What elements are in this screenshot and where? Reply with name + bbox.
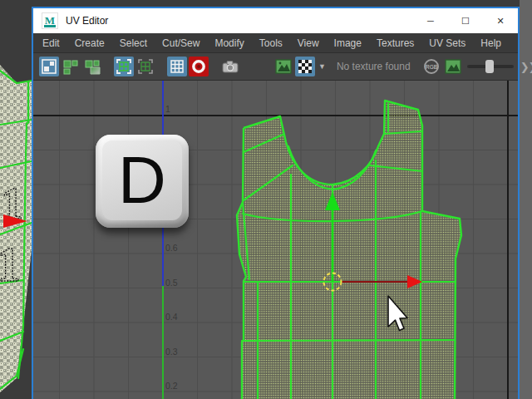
menu-image[interactable]: Image [327, 35, 369, 52]
shader-ball-icon [190, 58, 207, 75]
menu-modify[interactable]: Modify [207, 35, 251, 52]
maximize-button[interactable]: ☐ [448, 8, 483, 33]
axis-label-1: 1 [165, 104, 170, 114]
uv-shade-button[interactable] [82, 57, 102, 76]
axis-label-02: 0.2 [165, 381, 178, 391]
image-range-icon [445, 59, 461, 74]
maya-app-icon: M [42, 12, 58, 29]
uv-shell-vest[interactable] [237, 101, 461, 399]
tile-layout-icon [41, 58, 57, 75]
menu-tools[interactable]: Tools [252, 35, 290, 52]
axis-label-03: 0.3 [165, 347, 178, 357]
axis-label-04: 0.4 [165, 312, 178, 322]
checker-icon [298, 59, 313, 74]
titlebar[interactable]: M UV Editor ─ ☐ ✕ [33, 8, 518, 33]
menu-bar: Edit Create Select Cut/Sew Modify Tools … [33, 33, 518, 53]
uv-shell-fill [237, 101, 461, 399]
uv-shade-icon [84, 58, 101, 75]
uv-viewport[interactable]: 1 0.6 0.5 0.4 0.3 0.2 [33, 81, 518, 399]
tile-layout-button[interactable] [39, 57, 59, 76]
mouse-cursor [387, 295, 412, 335]
menu-view[interactable]: View [290, 35, 327, 52]
uv-shells-button[interactable] [61, 57, 81, 76]
expand-chevrons-icon[interactable]: ❯❯ [520, 61, 532, 73]
exposure-slider[interactable] [467, 57, 514, 76]
toolbar: ▼ No texture found RGB ❯❯ [33, 53, 518, 81]
texture-status-text: No texture found [337, 61, 411, 72]
image-icon [275, 59, 292, 74]
menu-cut-sew[interactable]: Cut/Sew [155, 35, 207, 52]
window-title: UV Editor [66, 15, 108, 27]
axis-label-05: 0.5 [165, 278, 178, 288]
frame-grid-button[interactable] [114, 57, 134, 76]
image-range-button[interactable] [443, 57, 463, 76]
key-label: D [102, 140, 182, 220]
menu-textures[interactable]: Textures [369, 35, 421, 52]
menu-edit[interactable]: Edit [35, 35, 67, 52]
uv-snapshot-button[interactable] [220, 57, 240, 76]
uv-canvas[interactable]: 1 0.6 0.5 0.4 0.3 0.2 [33, 81, 518, 399]
checker-map-button[interactable] [295, 57, 315, 76]
camera-icon [221, 58, 239, 75]
grid-dim-icon [137, 58, 154, 75]
screen: { "window": { "title": "UV Editor", "app… [0, 0, 532, 399]
menu-help[interactable]: Help [473, 35, 509, 52]
rgb-channels-icon: RGB [422, 57, 441, 76]
close-button[interactable]: ✕ [483, 8, 518, 33]
axis-label-06: 0.6 [165, 243, 178, 253]
rgb-channels-button[interactable]: RGB [421, 57, 441, 76]
frame-grid-brackets-icon [116, 58, 132, 75]
grid-dim-button[interactable] [135, 57, 155, 76]
rgb-label: RGB [426, 64, 437, 70]
shader-ball-button[interactable] [189, 57, 209, 76]
pixel-grid-icon [169, 58, 185, 75]
image-display-button[interactable] [273, 57, 293, 76]
texture-dropdown-caret-icon[interactable]: ▼ [318, 62, 326, 71]
menu-select[interactable]: Select [112, 35, 155, 52]
menu-uv-sets[interactable]: UV Sets [421, 35, 473, 52]
minimize-button[interactable]: ─ [413, 8, 448, 33]
uv-shell-number: 1 [0, 237, 21, 292]
pixel-grid-button[interactable] [167, 57, 187, 76]
keyboard-key-overlay: D [96, 135, 189, 228]
menu-create[interactable]: Create [67, 35, 112, 52]
uv-shells-icon [62, 58, 79, 75]
slider-handle[interactable] [485, 60, 494, 73]
background-3d-viewport: 1 1 [0, 0, 32, 399]
